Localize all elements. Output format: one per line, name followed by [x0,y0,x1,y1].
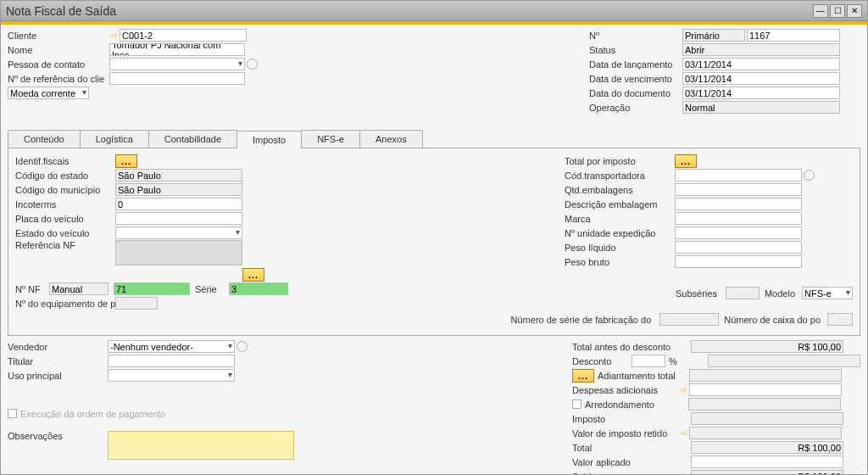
qtdemb-field[interactable] [675,183,802,196]
descemb-label: Descrição embalagem [565,199,675,210]
detail-icon[interactable] [247,59,258,70]
titular-field[interactable] [108,355,235,367]
adiant-button[interactable]: ... [572,369,594,383]
maximize-button[interactable]: ☐ [830,4,845,18]
desc-pct-field[interactable] [632,355,665,367]
serie-label: Série [195,284,229,294]
pesoliq-label: Peso líquido [565,243,675,253]
nfnum-field[interactable]: 71 [114,282,190,295]
pesoliq-field[interactable] [675,241,802,254]
link-arrow-icon[interactable]: ➪ [679,385,689,394]
datavenc-field[interactable]: 03/11/2014 [682,72,840,85]
vendedor-combo[interactable]: -Nenhum vendedor- [108,340,235,353]
estveic-combo[interactable] [115,226,242,239]
nome-label: Nome [8,45,109,55]
placa-field[interactable] [115,212,242,225]
totalimp-button[interactable]: ... [675,154,697,168]
total-field: R$ 100,00 [691,441,843,454]
detail-icon[interactable] [804,170,815,181]
serie-field[interactable]: 3 [229,282,288,295]
subserie-label: Subséries [676,288,721,299]
pesobruto-field[interactable] [675,255,802,268]
marca-field[interactable] [675,212,802,225]
identif-button[interactable]: ... [115,154,137,168]
total-label: Total [572,443,691,453]
datadoc-field[interactable]: 03/11/2014 [682,87,840,99]
despad-field[interactable] [689,383,842,396]
link-arrow-icon[interactable]: ➪ [679,428,689,438]
seriefab-field[interactable] [659,313,719,326]
qtdemb-label: Qtd.embalagens [565,185,675,195]
vendedor-label: Vendedor [8,342,108,352]
numero-tipo-field[interactable]: Primário [682,29,745,42]
cliente-field[interactable]: C001-2 [120,29,247,42]
tab-anexos[interactable]: Anexos [359,130,423,148]
equip-label: Nº do equipamento de po [15,299,115,309]
totdesc-field: R$ 100,00 [691,340,843,353]
despad-label: Despesas adicionais [572,385,679,395]
close-button[interactable]: ✕ [847,4,862,18]
contato-combo[interactable] [109,58,245,70]
tab-logistica[interactable]: Logística [80,130,149,148]
incoterms-label: Incoterms [15,199,115,210]
nome-field[interactable]: Tomador PJ Nacional com Insc. [109,43,245,56]
pesobruto-label: Peso bruto [565,257,675,267]
refnf-label: Referência NF [15,240,115,250]
retido-label: Valor de imposto retido [572,428,679,439]
uso-combo[interactable] [108,369,235,382]
obs-label: Observações [8,431,108,441]
descemb-field[interactable] [675,198,802,210]
exec-checkbox-row: Execução da ordem de pagamento [8,406,347,421]
valapl-field[interactable] [691,455,843,468]
detail-icon[interactable] [236,341,248,352]
codmun-field: São Paulo [115,183,242,196]
refcliente-label: Nº de referência do clie [8,74,109,84]
tab-contabilidade[interactable]: Contabilidade [148,130,237,148]
saldo-field: R$ 100,00 [691,470,843,474]
codtransp-label: Cód.transportadora [565,170,675,181]
operacao-field: Normal [682,101,840,114]
desc-label: Desconto [572,356,632,366]
contato-label: Pessoa de contato [8,59,109,70]
titular-label: Titular [8,356,108,366]
unidexp-field[interactable] [675,226,802,239]
obs-textarea[interactable] [108,431,294,460]
refcliente-field[interactable] [109,72,245,85]
arred-checkbox [572,400,581,409]
adiant-field [689,369,842,382]
datalanc-field[interactable]: 03/11/2014 [682,58,840,70]
placa-label: Placa do veículo [15,214,115,224]
caixa-field[interactable] [827,313,853,326]
link-arrow-icon[interactable]: ➪ [109,31,120,40]
nfnum-tipo-field[interactable]: Manual [49,282,108,295]
totalimp-label: Total por imposto [565,156,675,166]
caixa-label: Número de caixa do po [724,315,824,325]
unidexp-label: Nº unidade expedição [565,228,675,238]
desc-val-field [708,355,860,367]
estveic-label: Estado do veículo [15,228,115,238]
codmun-label: Código do município [15,185,115,195]
tab-nfse[interactable]: NFS-e [301,130,360,148]
subserie-field[interactable] [726,287,760,299]
refnf-button[interactable]: ... [242,268,264,282]
datalanc-label: Data de lançamento [589,59,682,70]
refnf-textarea[interactable] [115,240,242,265]
incoterms-field[interactable]: 0 [115,198,242,210]
totdesc-label: Total antes do desconto [572,342,691,352]
operacao-label: Operação [589,103,682,113]
imposto-label: Imposto [572,414,691,424]
moeda-combo[interactable]: Moeda corrente [8,87,89,99]
equip-field[interactable] [115,297,158,310]
titlebar: Nota Fiscal de Saída — ☐ ✕ [1,1,867,21]
cliente-label: Cliente [8,31,109,41]
uso-label: Uso principal [8,371,108,381]
codtransp-field[interactable] [675,169,802,182]
numero-field[interactable]: 1167 [747,29,840,42]
tab-imposto[interactable]: Imposto [236,131,302,148]
minimize-button[interactable]: — [813,4,828,18]
arred-field [688,398,841,411]
exec-checkbox [8,409,17,418]
modelo-combo[interactable]: NFS-e [802,287,853,299]
window-title: Nota Fiscal de Saída [6,4,811,18]
tab-conteudo[interactable]: Conteúdo [8,130,81,148]
